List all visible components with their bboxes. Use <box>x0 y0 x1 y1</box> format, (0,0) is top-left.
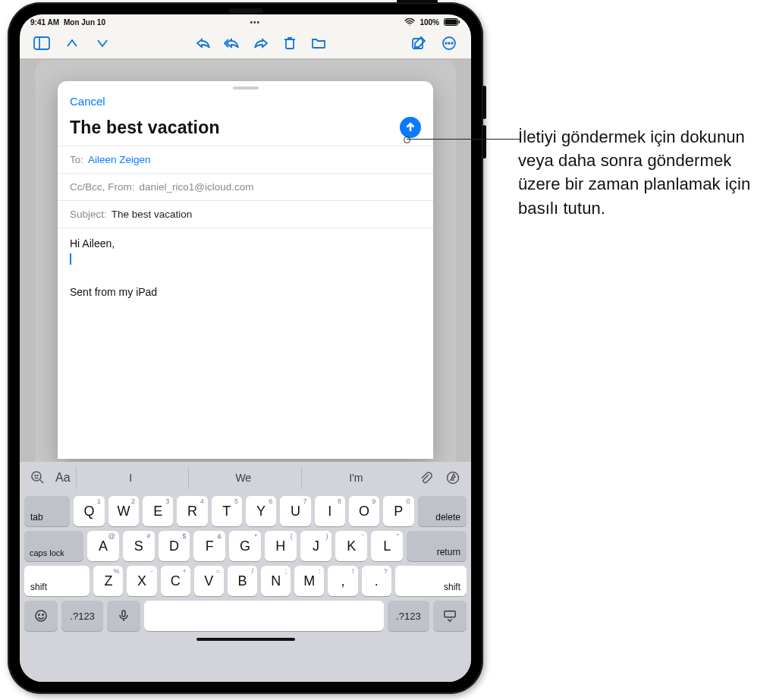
spacebar-key[interactable] <box>144 601 384 631</box>
key-e[interactable]: 3E <box>143 496 173 526</box>
battery-icon <box>444 18 460 26</box>
emoji-key[interactable] <box>24 601 58 631</box>
volume-up-button <box>482 86 486 119</box>
onscreen-keyboard: Aa I We I'm tab 1Q 2W 3E 4R <box>20 462 471 682</box>
svg-rect-1 <box>445 20 457 25</box>
ccbcc-from-field[interactable]: Cc/Bcc, From: daniel_rico1@icloud.com <box>58 173 433 200</box>
key-a[interactable]: @A <box>87 531 119 561</box>
dismiss-keyboard-key[interactable] <box>433 601 467 631</box>
ipad-camera-notch <box>228 8 263 13</box>
reply-button[interactable] <box>190 32 216 55</box>
suggestion-2[interactable]: We <box>188 466 297 489</box>
suggestion-bar: Aa I We I'm <box>20 462 471 494</box>
subject-field[interactable]: Subject: The best vacation <box>58 200 433 228</box>
subject-value: The best vacation <box>112 209 193 220</box>
emoji-search-icon[interactable] <box>26 466 50 489</box>
return-key[interactable]: return <box>407 531 467 561</box>
svg-point-11 <box>32 472 41 481</box>
svg-point-7 <box>445 42 447 44</box>
to-field[interactable]: To: Aileen Zeigen <box>58 146 433 173</box>
key-d[interactable]: $D <box>159 531 190 561</box>
key-p[interactable]: 0P <box>383 496 413 526</box>
key-y[interactable]: 6Y <box>246 496 276 526</box>
keyboard-row-1: tab 1Q 2W 3E 4R 5T 6Y 7U 8I 9O 0P delete <box>20 494 471 529</box>
more-options-button[interactable] <box>436 32 462 55</box>
power-button <box>397 0 438 3</box>
reply-all-button[interactable] <box>219 32 245 55</box>
status-bar: 9:41 AM Mon Jun 10 ••• 100% <box>20 14 471 28</box>
to-label: To: <box>70 154 83 165</box>
key-j[interactable]: )J <box>300 531 332 561</box>
mail-toolbar <box>20 28 471 58</box>
svg-rect-19 <box>122 611 125 617</box>
callout-leader-line <box>407 139 520 140</box>
compose-title: The best vacation <box>70 118 220 138</box>
svg-point-18 <box>42 614 43 615</box>
svg-line-12 <box>40 480 43 483</box>
volume-down-button <box>482 125 486 159</box>
key-b[interactable]: /B <box>228 566 257 596</box>
sheet-drag-handle[interactable] <box>233 86 259 89</box>
key-t[interactable]: 5T <box>212 496 242 526</box>
key-x[interactable]: -X <box>127 566 156 596</box>
delete-key[interactable]: delete <box>418 496 467 526</box>
prev-message-button[interactable] <box>59 32 85 55</box>
key-z[interactable]: %Z <box>93 566 123 596</box>
key-f[interactable]: &F <box>193 531 225 561</box>
suggestion-3[interactable]: I'm <box>301 466 410 489</box>
key-c[interactable]: +C <box>161 566 190 596</box>
sidebar-toggle-button[interactable] <box>29 32 55 55</box>
key-q[interactable]: 1Q <box>74 496 104 526</box>
subject-label: Subject: <box>70 209 107 220</box>
next-message-button[interactable] <box>90 32 115 55</box>
key-g[interactable]: *G <box>229 531 261 561</box>
markup-icon[interactable] <box>441 466 465 489</box>
key-r[interactable]: 4R <box>177 496 207 526</box>
cancel-button[interactable]: Cancel <box>70 95 105 108</box>
capslock-key[interactable]: caps lock <box>24 531 83 561</box>
key-period[interactable]: ?. <box>362 566 391 596</box>
key-m[interactable]: :M <box>294 566 324 596</box>
key-v[interactable]: =V <box>194 566 224 596</box>
body-signature: Sent from my iPad <box>70 286 421 298</box>
move-folder-button[interactable] <box>306 32 332 55</box>
key-w[interactable]: 2W <box>108 496 139 526</box>
message-body[interactable]: Hi Aileen, Sent from my iPad <box>58 228 433 459</box>
keyboard-row-4: .?123 .?123 <box>20 598 471 633</box>
key-n[interactable]: ;N <box>261 566 291 596</box>
key-l[interactable]: "L <box>371 531 403 561</box>
svg-point-16 <box>36 611 46 621</box>
send-button[interactable] <box>400 117 421 138</box>
forward-button[interactable] <box>248 32 274 55</box>
to-value[interactable]: Aileen Zeigen <box>88 154 151 165</box>
tab-key[interactable]: tab <box>24 496 70 526</box>
trash-button[interactable] <box>277 32 303 55</box>
key-comma[interactable]: !, <box>328 566 357 596</box>
home-indicator[interactable] <box>196 638 295 641</box>
key-i[interactable]: 8I <box>315 496 345 526</box>
svg-rect-20 <box>445 611 455 617</box>
status-time: 9:41 AM <box>30 18 59 27</box>
suggestion-1[interactable]: I <box>76 466 185 489</box>
key-s[interactable]: #S <box>123 531 155 561</box>
wifi-icon <box>404 18 415 26</box>
text-cursor <box>70 253 71 265</box>
key-u[interactable]: 7U <box>280 496 310 526</box>
attachment-icon[interactable] <box>413 466 438 489</box>
key-o[interactable]: 9O <box>349 496 379 526</box>
ipad-screen: 9:41 AM Mon Jun 10 ••• 100% <box>20 14 471 682</box>
key-k[interactable]: 'K <box>335 531 367 561</box>
svg-point-14 <box>37 476 38 476</box>
key-h[interactable]: (H <box>265 531 297 561</box>
numsym-key-right[interactable]: .?123 <box>388 601 429 631</box>
svg-point-13 <box>35 476 36 476</box>
shift-key-right[interactable]: shift <box>395 566 467 596</box>
numsym-key-left[interactable]: .?123 <box>61 601 102 631</box>
svg-point-9 <box>451 42 453 44</box>
compose-button[interactable] <box>406 32 432 55</box>
dictation-key[interactable] <box>107 601 140 631</box>
shift-key-left[interactable]: shift <box>24 566 90 596</box>
status-date: Mon Jun 10 <box>64 18 105 27</box>
text-format-button[interactable]: Aa <box>53 471 73 485</box>
from-value: daniel_rico1@icloud.com <box>140 181 254 193</box>
